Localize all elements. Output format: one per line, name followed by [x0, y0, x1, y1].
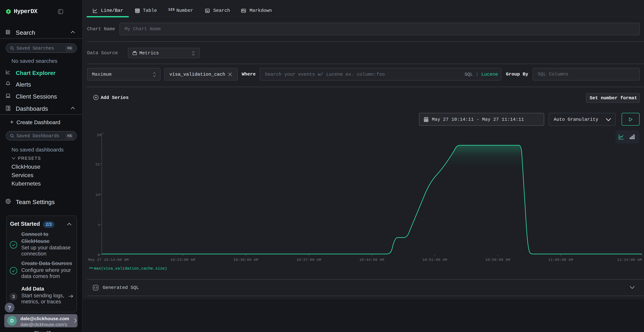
svg-text:28: 28	[97, 133, 101, 137]
svg-text:11:05:00 AM: 11:05:00 AM	[548, 258, 573, 262]
svg-text:11:14:00 AM: 11:14:00 AM	[617, 258, 642, 262]
svg-text:21: 21	[95, 162, 100, 166]
svg-text:10:58:00 AM: 10:58:00 AM	[485, 258, 510, 262]
svg-text:7: 7	[98, 223, 100, 227]
svg-text:10:23:00 AM: 10:23:00 AM	[170, 258, 195, 262]
svg-text:10:30:00 AM: 10:30:00 AM	[234, 258, 258, 262]
svg-text:max(visa_validation_cache.size: max(visa_validation_cache.size)	[94, 266, 167, 271]
svg-text:10:44:00 AM: 10:44:00 AM	[360, 258, 384, 262]
svg-text:May 27 10:14:00 AM: May 27 10:14:00 AM	[88, 258, 128, 262]
svg-text:14: 14	[95, 193, 100, 197]
svg-text:10:51:00 AM: 10:51:00 AM	[422, 258, 447, 262]
svg-text:0: 0	[98, 253, 100, 257]
svg-text:10:37:00 AM: 10:37:00 AM	[296, 258, 321, 262]
